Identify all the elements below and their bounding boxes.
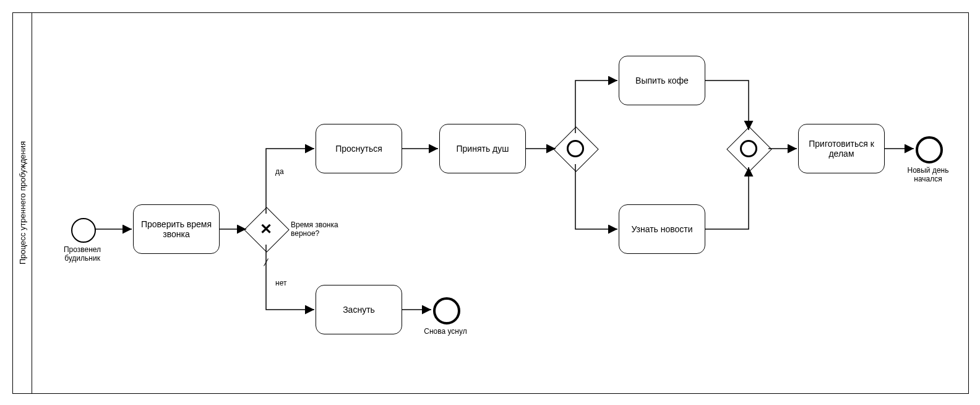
end-event-sleep-label: Снова уснул [415,327,476,336]
task-coffee[interactable]: Выпить кофе [619,56,705,105]
start-event-label: Прозвенел будильник [53,245,112,263]
edge-label-no: нет [275,279,286,287]
end-event-day[interactable] [916,136,943,163]
task-prepare[interactable]: Приготовиться к делам [798,124,885,173]
end-event-sleep[interactable] [433,297,460,324]
task-sleep[interactable]: Заснуть [316,285,402,334]
task-shower[interactable]: Принять душ [439,124,526,173]
default-flow-marker-icon [262,258,270,266]
gateway-exclusive[interactable]: ✕ [251,214,282,245]
end-event-day-label: Новый день начался [897,166,959,184]
task-news[interactable]: Узнать новости [619,204,705,254]
pool-title-strip: Процесс утреннего пробуждения [13,13,32,393]
gateway-decision-label: Время звонка верное? [291,220,359,238]
bpmn-canvas: Процесс утреннего пробуждения Прозвенел … [0,0,980,405]
circle-icon [567,140,584,157]
task-wake-up[interactable]: Проснуться [316,124,402,173]
circle-icon [740,140,757,157]
pool-container: Процесс утреннего пробуждения [12,12,969,394]
gateway-inclusive-split[interactable] [560,133,591,164]
start-event[interactable] [71,218,96,243]
task-check-time[interactable]: Проверить время звонка [133,204,220,254]
pool-title: Процесс утреннего пробуждения [18,141,27,264]
edge-label-yes: да [275,167,284,176]
gateway-inclusive-join[interactable] [733,133,764,164]
